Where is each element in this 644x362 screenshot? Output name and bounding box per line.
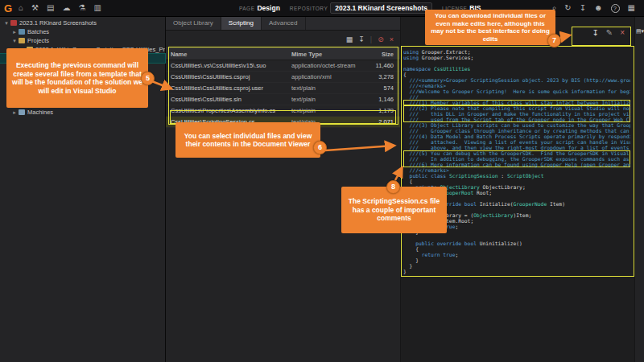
- file-size: 2,071: [365, 118, 400, 125]
- column-header-mime-type[interactable]: Mime Type: [291, 51, 365, 58]
- close-icon[interactable]: ×: [390, 35, 394, 43]
- callout-6-number: 6: [313, 141, 327, 154]
- stats-icon[interactable]: ▥: [91, 1, 103, 15]
- page-label: PAGE: [239, 6, 255, 11]
- sidebar-item-root[interactable]: ▾2023.1 RKinard Screenshots: [0, 19, 165, 27]
- code-line: ///(4) Data Model and Batch Process Scri…: [403, 134, 630, 139]
- callout-6-text: You can select individual files and view…: [180, 132, 316, 149]
- file-size: 1,179: [365, 107, 400, 114]
- file-mime-type: text/plain: [291, 96, 365, 103]
- sidebar-item-label: Projects: [27, 37, 49, 44]
- callout-8-number: 8: [386, 180, 400, 194]
- collapse-icon[interactable]: ▾: [3, 20, 10, 27]
- machines-icon: [19, 109, 25, 115]
- code-line: {: [403, 72, 630, 77]
- annotation-callout-6: You can select individual files and view…: [175, 122, 320, 158]
- sidebar-item-batches[interactable]: ▸Batches: [0, 27, 165, 36]
- code-line: }: [403, 263, 630, 269]
- file-mime-type: application/xml: [291, 73, 365, 80]
- save-icon[interactable]: ▤: [44, 1, 56, 15]
- file-size: 574: [365, 84, 400, 92]
- file-table-header: Name Mime Type Size: [166, 47, 400, 60]
- code-line: return true;: [403, 252, 630, 257]
- tab-bar: Object Library Scripting Advanced: [166, 16, 400, 31]
- annotation-callout-8: The ScriptingSession.cs file has a coupl…: [341, 187, 447, 233]
- download-icon[interactable]: ↧: [577, 1, 588, 15]
- panel-menu-icon[interactable]: ▤▾: [636, 28, 644, 35]
- file-row[interactable]: CssUtilities\Properties\AssemblyInfo.cst…: [166, 105, 400, 117]
- home-icon[interactable]: ⌂: [16, 1, 26, 15]
- code-line: /// this DLL in Grooper and make the fun…: [403, 111, 630, 117]
- export-grid-icon[interactable]: ▦: [346, 35, 353, 43]
- file-mime-type: application/octet-stream: [291, 62, 365, 69]
- code-line: /// attached. Viewing a list of events y…: [403, 139, 630, 145]
- projects-icon: [19, 38, 25, 43]
- delete-icon[interactable]: ⊘: [378, 35, 384, 43]
- code-line: /// above, and then view the right-most …: [403, 145, 630, 150]
- close-code-icon[interactable]: ×: [620, 28, 625, 37]
- refresh-icon[interactable]: ↻: [562, 1, 573, 15]
- code-line: ///(1) Member variables of this class wi…: [403, 100, 630, 105]
- tab-object-library[interactable]: Object Library: [166, 16, 221, 30]
- file-row[interactable]: CssUtilities\CssUtilities.slntext/plain1…: [166, 94, 400, 105]
- code-line: ///: [403, 94, 630, 100]
- code-line: public override bool Uninitialize(): [403, 241, 630, 246]
- file-row[interactable]: CssUtilities\CssUtilities.csprojapplicat…: [166, 72, 400, 83]
- file-name: CssUtilities\.vs\CssUtilities\v15\.suo: [166, 62, 291, 69]
- download-code-icon[interactable]: ↧: [592, 28, 598, 37]
- topbar-nav-icons: ⌂⚒▤☁⚗▥: [16, 1, 104, 15]
- code-line: using Grooper.Extract;: [403, 49, 630, 55]
- expand-icon[interactable]: ▸: [11, 109, 18, 116]
- file-row[interactable]: CssUtilities\.vs\CssUtilities\v15\.suoap…: [166, 60, 400, 72]
- code-line: ///</remarks>: [403, 167, 630, 173]
- users-icon[interactable]: ☻: [592, 1, 605, 15]
- repository-selector[interactable]: 2023.1 RKinard Screenshots: [330, 2, 432, 14]
- code-line: }: [403, 257, 630, 263]
- code-line: ///<remarks>: [403, 83, 630, 88]
- code-line: {: [403, 179, 630, 184]
- batches-icon: [19, 29, 25, 35]
- column-header-name[interactable]: Name: [166, 51, 291, 58]
- file-mime-type: text/plain: [291, 107, 365, 114]
- code-viewer[interactable]: using Grooper.Extract;using Grooper.Serv…: [403, 49, 630, 274]
- file-toolbar: ▦↧|⊘×: [166, 31, 400, 47]
- expand-icon[interactable]: ▸: [11, 29, 18, 35]
- file-table: CssUtilities\.vs\CssUtilities\v15\.suoap…: [166, 60, 400, 128]
- code-line: [403, 60, 630, 66]
- grooper-logo: G: [0, 0, 16, 16]
- callout-7-number: 7: [547, 34, 561, 47]
- code-line: /// Grooper class through inheritance or…: [403, 128, 630, 134]
- code-line: ///(3) Object Library scripts can be use…: [403, 122, 630, 128]
- edit-code-icon[interactable]: ✎: [606, 28, 613, 37]
- callout-5-text: Executing the previous command will crea…: [11, 61, 143, 95]
- file-size: 11,460: [365, 62, 400, 69]
- sidebar-item-label: 2023.1 RKinard Screenshots: [19, 19, 97, 27]
- help-icon[interactable]: ?: [611, 4, 620, 13]
- callout-5-number: 5: [141, 72, 155, 85]
- annotation-callout-7: You can download individual files or eve…: [425, 10, 555, 45]
- code-line: [403, 235, 630, 241]
- page-value: Design: [257, 4, 279, 12]
- download-file-icon[interactable]: ↧: [358, 35, 365, 43]
- code-line: ///(2) Please note that compiling this s…: [403, 105, 630, 111]
- cloud-icon[interactable]: ☁: [60, 1, 72, 15]
- code-toolbar: ↧✎×: [592, 28, 625, 37]
- tab-advanced[interactable]: Advanced: [262, 16, 306, 30]
- flask-icon[interactable]: ⚗: [76, 1, 88, 15]
- file-row[interactable]: CssUtilities\CssUtilities.csproj.usertex…: [166, 83, 400, 94]
- tab-scripting[interactable]: Scripting: [221, 16, 262, 30]
- annotation-callout-5: Executing the previous command will crea…: [6, 48, 148, 108]
- code-line: /// used from the Script tab of the Groo…: [403, 117, 630, 122]
- file-name: CssUtilities\Properties\AssemblyInfo.cs: [166, 107, 291, 114]
- sidebar-item-machines[interactable]: ▸Machines: [0, 108, 165, 117]
- code-line: ///<summary>Grooper ScriptingSession obj…: [403, 77, 630, 83]
- tools-icon[interactable]: ⚒: [29, 1, 41, 15]
- file-mime-type: text/plain: [291, 84, 365, 92]
- collapse-icon[interactable]: ▾: [11, 38, 18, 44]
- apps-grid-icon[interactable]: ▦: [625, 1, 638, 15]
- file-name: CssUtilities\CssUtilities.sln: [166, 96, 291, 103]
- sidebar-item-projects[interactable]: ▾Projects: [0, 36, 165, 45]
- code-line: {: [403, 246, 630, 252]
- code-line: using Grooper.Services;: [403, 55, 630, 60]
- column-header-size[interactable]: Size: [365, 51, 400, 58]
